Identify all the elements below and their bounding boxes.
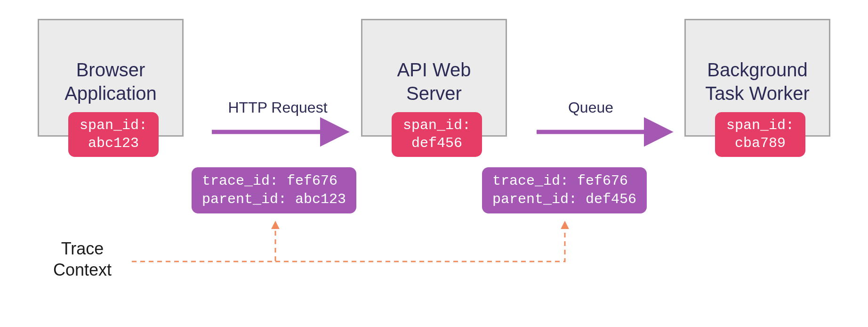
- context-badge-2: trace_id: fef676parent_id: def456: [482, 167, 647, 213]
- span-badge-browser: span_id:abc123: [68, 112, 159, 157]
- node-api-title: API WebServer: [362, 58, 506, 105]
- trace-context-label: TraceContext: [35, 238, 129, 280]
- arrow-label-http: HTTP Request: [217, 99, 339, 116]
- arrow-label-queue: Queue: [558, 99, 624, 116]
- span-badge-worker: span_id:cba789: [715, 112, 805, 157]
- node-worker-title: BackgroundTask Worker: [686, 58, 829, 105]
- span-badge-api: span_id:def456: [392, 112, 482, 157]
- node-browser-title: BrowserApplication: [39, 58, 182, 105]
- context-badge-1: trace_id: fef676parent_id: abc123: [192, 167, 356, 213]
